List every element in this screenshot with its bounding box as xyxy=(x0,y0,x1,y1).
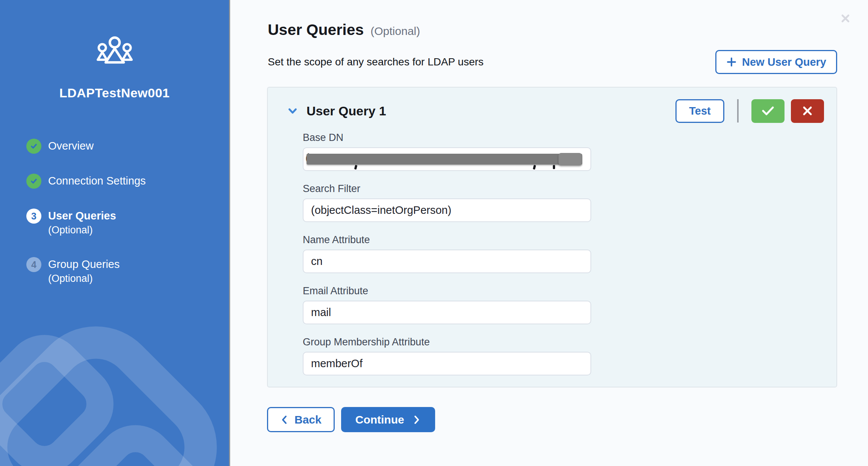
wizard-steps: Overview Connection Settings 3 User Quer… xyxy=(26,138,146,305)
page-title: User Queries xyxy=(268,21,364,39)
test-query-button[interactable]: Test xyxy=(675,99,724,123)
step-label: Overview xyxy=(48,138,94,153)
user-query-card-header: User Query 1 Test xyxy=(285,99,824,123)
new-user-query-button[interactable]: New User Query xyxy=(715,50,837,74)
new-user-query-label: New User Query xyxy=(742,56,826,68)
continue-button[interactable]: Continue xyxy=(341,407,435,432)
back-label: Back xyxy=(294,413,322,426)
brand-watermark xyxy=(0,304,230,466)
user-query-card: User Query 1 Test Base DN xyxy=(267,87,837,387)
email-attribute-label: Email Attribute xyxy=(303,285,591,297)
back-button[interactable]: Back xyxy=(267,407,335,432)
continue-label: Continue xyxy=(355,413,404,426)
check-icon xyxy=(761,105,775,116)
name-attribute-field: Name Attribute xyxy=(303,234,591,273)
step-label: User Queries xyxy=(48,208,116,223)
ldap-wizard-modal: LDAPTestNew001 Overview Connection Setti… xyxy=(0,0,868,466)
search-filter-label: Search Filter xyxy=(303,183,591,195)
users-group-icon xyxy=(96,36,134,66)
search-filter-input[interactable] xyxy=(303,198,591,222)
confirm-query-button[interactable] xyxy=(751,99,785,123)
delete-query-button[interactable] xyxy=(791,99,824,123)
page-subtitle: Set the scope of any searches for LDAP u… xyxy=(268,56,484,68)
group-membership-input[interactable] xyxy=(303,352,591,375)
wizard-footer: Back Continue xyxy=(267,407,868,432)
step-number-badge: 4 xyxy=(26,257,41,272)
step-sublabel: (Optional) xyxy=(48,272,120,286)
plus-icon xyxy=(726,57,737,67)
page-header: User Queries (Optional) xyxy=(268,21,837,39)
x-icon xyxy=(802,105,813,116)
chevron-left-icon xyxy=(280,415,288,425)
step-connection-settings[interactable]: Connection Settings xyxy=(26,173,146,189)
header-divider xyxy=(737,99,739,123)
group-membership-field: Group Membership Attribute xyxy=(303,336,591,375)
search-filter-field: Search Filter xyxy=(303,183,591,222)
step-label: Group Queries xyxy=(48,257,120,272)
step-group-queries[interactable]: 4 Group Queries (Optional) xyxy=(26,257,146,286)
close-button[interactable] xyxy=(840,13,851,24)
step-label: Connection Settings xyxy=(48,173,146,188)
name-attribute-input[interactable] xyxy=(303,250,591,273)
chevron-right-icon xyxy=(413,415,421,425)
base-dn-field: Base DN ( xyxy=(303,132,591,171)
query-fields: Base DN ( Search Filter Name xyxy=(303,132,591,375)
step-sublabel: (Optional) xyxy=(48,223,116,237)
email-attribute-input[interactable] xyxy=(303,301,591,324)
step-complete-icon xyxy=(26,139,41,154)
redaction-overlay xyxy=(307,154,582,165)
base-dn-label: Base DN xyxy=(303,132,591,144)
step-user-queries[interactable]: 3 User Queries (Optional) xyxy=(26,208,146,237)
step-complete-icon xyxy=(26,174,41,189)
step-number-badge: 3 xyxy=(26,209,41,224)
user-query-title: User Query 1 xyxy=(307,104,386,118)
name-attribute-label: Name Attribute xyxy=(303,234,591,246)
step-overview[interactable]: Overview xyxy=(26,138,146,154)
main-panel: User Queries (Optional) Set the scope of… xyxy=(231,0,868,466)
connection-name: LDAPTestNew001 xyxy=(0,86,229,100)
collapse-toggle[interactable] xyxy=(285,103,300,119)
email-attribute-field: Email Attribute xyxy=(303,285,591,324)
chevron-down-icon xyxy=(286,104,299,117)
page-title-optional: (Optional) xyxy=(370,25,420,38)
wizard-sidebar: LDAPTestNew001 Overview Connection Setti… xyxy=(0,0,230,466)
close-icon xyxy=(840,13,851,24)
group-membership-label: Group Membership Attribute xyxy=(303,336,591,348)
